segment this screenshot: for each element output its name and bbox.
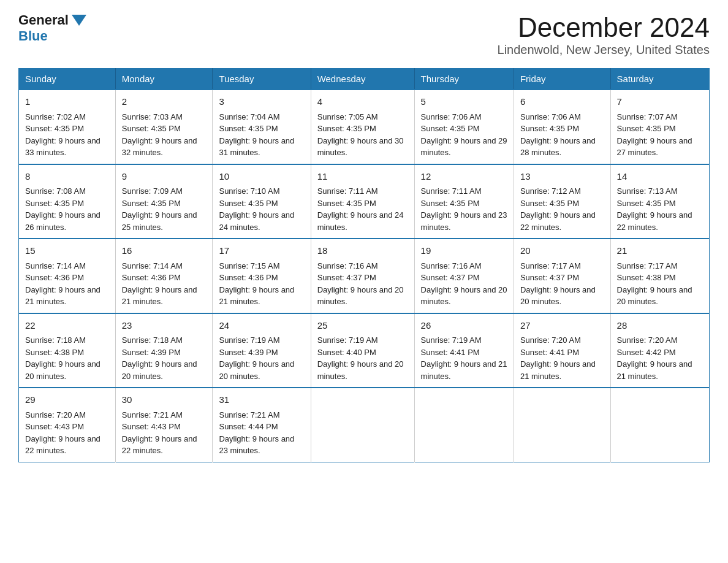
header-tuesday: Tuesday [213,69,311,90]
calendar-week-row: 22 Sunrise: 7:18 AMSunset: 4:38 PMDaylig… [19,313,710,388]
day-info: Sunrise: 7:19 AMSunset: 4:39 PMDaylight:… [219,335,294,381]
day-number: 9 [122,170,207,184]
calendar-day-cell: 12 Sunrise: 7:11 AMSunset: 4:35 PMDaylig… [414,164,514,239]
day-info: Sunrise: 7:11 AMSunset: 4:35 PMDaylight:… [317,186,404,232]
day-number: 6 [520,95,604,109]
calendar-day-cell: 15 Sunrise: 7:14 AMSunset: 4:36 PMDaylig… [19,239,116,313]
calendar-day-cell: 18 Sunrise: 7:16 AMSunset: 4:37 PMDaylig… [311,239,414,313]
header-saturday: Saturday [610,69,709,90]
day-info: Sunrise: 7:13 AMSunset: 4:35 PMDaylight:… [617,186,692,232]
calendar-day-cell [311,388,414,462]
day-info: Sunrise: 7:16 AMSunset: 4:37 PMDaylight:… [317,261,404,307]
calendar-day-cell [514,388,610,462]
calendar-week-row: 1 Sunrise: 7:02 AMSunset: 4:35 PMDayligh… [19,90,710,164]
day-number: 29 [25,393,109,407]
calendar-day-cell: 10 Sunrise: 7:10 AMSunset: 4:35 PMDaylig… [213,164,311,239]
day-info: Sunrise: 7:06 AMSunset: 4:35 PMDaylight:… [421,112,507,158]
calendar-day-cell [414,388,514,462]
logo-triangle-icon [72,15,86,26]
day-number: 15 [25,244,109,258]
calendar-week-row: 29 Sunrise: 7:20 AMSunset: 4:43 PMDaylig… [19,388,710,462]
calendar-day-cell: 8 Sunrise: 7:08 AMSunset: 4:35 PMDayligh… [19,164,116,239]
day-info: Sunrise: 7:04 AMSunset: 4:35 PMDaylight:… [219,112,294,158]
title-block: December 2024 Lindenwold, New Jersey, Un… [498,12,710,57]
day-info: Sunrise: 7:18 AMSunset: 4:39 PMDaylight:… [122,335,197,381]
location-subtitle: Lindenwold, New Jersey, United States [498,43,710,57]
day-number: 24 [219,319,304,333]
day-number: 26 [421,319,507,333]
calendar-day-cell: 27 Sunrise: 7:20 AMSunset: 4:41 PMDaylig… [514,313,610,388]
calendar-day-cell: 13 Sunrise: 7:12 AMSunset: 4:35 PMDaylig… [514,164,610,239]
day-number: 20 [520,244,604,258]
calendar-week-row: 15 Sunrise: 7:14 AMSunset: 4:36 PMDaylig… [19,239,710,313]
calendar-day-cell: 17 Sunrise: 7:15 AMSunset: 4:36 PMDaylig… [213,239,311,313]
day-info: Sunrise: 7:06 AMSunset: 4:35 PMDaylight:… [520,112,596,158]
day-number: 31 [219,393,304,407]
day-info: Sunrise: 7:17 AMSunset: 4:38 PMDaylight:… [617,261,692,307]
calendar-day-cell: 1 Sunrise: 7:02 AMSunset: 4:35 PMDayligh… [19,90,116,164]
calendar-day-cell: 6 Sunrise: 7:06 AMSunset: 4:35 PMDayligh… [514,90,610,164]
day-number: 13 [520,170,604,184]
day-number: 7 [617,95,703,109]
day-number: 3 [219,95,304,109]
calendar-day-cell: 3 Sunrise: 7:04 AMSunset: 4:35 PMDayligh… [213,90,311,164]
day-info: Sunrise: 7:20 AMSunset: 4:41 PMDaylight:… [520,335,596,381]
calendar-day-cell: 20 Sunrise: 7:17 AMSunset: 4:37 PMDaylig… [514,239,610,313]
day-number: 18 [317,244,408,258]
day-info: Sunrise: 7:02 AMSunset: 4:35 PMDaylight:… [25,112,100,158]
header-friday: Friday [514,69,610,90]
day-number: 5 [421,95,507,109]
day-number: 1 [25,95,109,109]
day-number: 8 [25,170,109,184]
calendar-day-cell: 21 Sunrise: 7:17 AMSunset: 4:38 PMDaylig… [610,239,709,313]
header-monday: Monday [115,69,213,90]
day-info: Sunrise: 7:17 AMSunset: 4:37 PMDaylight:… [520,261,596,307]
day-info: Sunrise: 7:21 AMSunset: 4:44 PMDaylight:… [219,410,294,456]
calendar-day-cell: 11 Sunrise: 7:11 AMSunset: 4:35 PMDaylig… [311,164,414,239]
calendar-day-cell: 7 Sunrise: 7:07 AMSunset: 4:35 PMDayligh… [610,90,709,164]
calendar-day-cell: 16 Sunrise: 7:14 AMSunset: 4:36 PMDaylig… [115,239,213,313]
day-info: Sunrise: 7:09 AMSunset: 4:35 PMDaylight:… [122,186,197,232]
day-number: 22 [25,319,109,333]
calendar-day-cell: 14 Sunrise: 7:13 AMSunset: 4:35 PMDaylig… [610,164,709,239]
day-number: 25 [317,319,408,333]
calendar-day-cell: 4 Sunrise: 7:05 AMSunset: 4:35 PMDayligh… [311,90,414,164]
day-info: Sunrise: 7:14 AMSunset: 4:36 PMDaylight:… [25,261,100,307]
calendar-day-cell: 2 Sunrise: 7:03 AMSunset: 4:35 PMDayligh… [115,90,213,164]
calendar-day-cell: 22 Sunrise: 7:18 AMSunset: 4:38 PMDaylig… [19,313,116,388]
calendar-day-cell: 23 Sunrise: 7:18 AMSunset: 4:39 PMDaylig… [115,313,213,388]
day-number: 17 [219,244,304,258]
day-info: Sunrise: 7:12 AMSunset: 4:35 PMDaylight:… [520,186,596,232]
header-sunday: Sunday [19,69,116,90]
header-wednesday: Wednesday [311,69,414,90]
page-header: General Blue December 2024 Lindenwold, N… [18,12,710,57]
day-number: 28 [617,319,703,333]
calendar-day-cell: 31 Sunrise: 7:21 AMSunset: 4:44 PMDaylig… [213,388,311,462]
calendar-day-cell: 28 Sunrise: 7:20 AMSunset: 4:42 PMDaylig… [610,313,709,388]
calendar-day-cell: 24 Sunrise: 7:19 AMSunset: 4:39 PMDaylig… [213,313,311,388]
day-info: Sunrise: 7:11 AMSunset: 4:35 PMDaylight:… [421,186,507,232]
calendar-table: SundayMondayTuesdayWednesdayThursdayFrid… [18,68,710,462]
calendar-day-cell: 19 Sunrise: 7:16 AMSunset: 4:37 PMDaylig… [414,239,514,313]
day-number: 12 [421,170,507,184]
calendar-day-cell: 26 Sunrise: 7:19 AMSunset: 4:41 PMDaylig… [414,313,514,388]
day-number: 16 [122,244,207,258]
logo-blue-text: Blue [18,28,48,44]
logo-general-text: General [18,12,69,28]
day-number: 23 [122,319,207,333]
calendar-day-cell: 29 Sunrise: 7:20 AMSunset: 4:43 PMDaylig… [19,388,116,462]
day-info: Sunrise: 7:20 AMSunset: 4:43 PMDaylight:… [25,410,100,456]
day-info: Sunrise: 7:20 AMSunset: 4:42 PMDaylight:… [617,335,692,381]
day-number: 19 [421,244,507,258]
calendar-week-row: 8 Sunrise: 7:08 AMSunset: 4:35 PMDayligh… [19,164,710,239]
calendar-header-row: SundayMondayTuesdayWednesdayThursdayFrid… [19,69,710,90]
day-number: 2 [122,95,207,109]
day-number: 21 [617,244,703,258]
day-info: Sunrise: 7:05 AMSunset: 4:35 PMDaylight:… [317,112,404,158]
calendar-day-cell: 5 Sunrise: 7:06 AMSunset: 4:35 PMDayligh… [414,90,514,164]
month-year-title: December 2024 [498,12,710,43]
day-info: Sunrise: 7:19 AMSunset: 4:40 PMDaylight:… [317,335,404,381]
day-number: 27 [520,319,604,333]
day-info: Sunrise: 7:19 AMSunset: 4:41 PMDaylight:… [421,335,507,381]
day-info: Sunrise: 7:10 AMSunset: 4:35 PMDaylight:… [219,186,294,232]
